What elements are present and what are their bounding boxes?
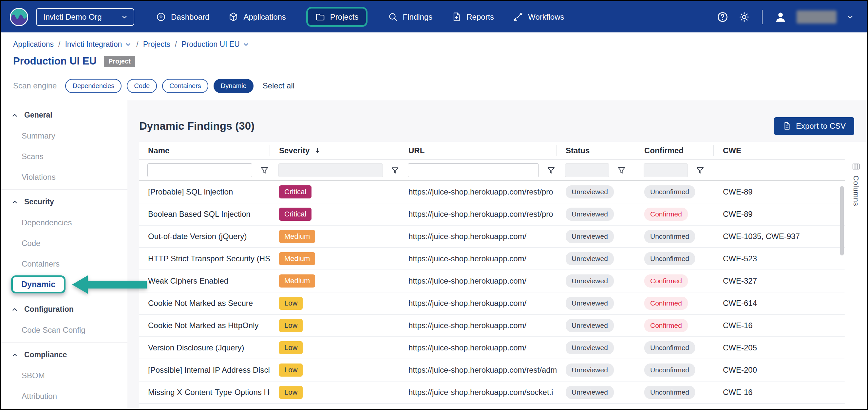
column-header-url[interactable]: URL (399, 142, 557, 159)
table-row[interactable]: Version Disclosure (Jquery)Lowhttps://ju… (139, 337, 845, 359)
chevron-down-icon (242, 41, 250, 48)
scan-engine-chip-code[interactable]: Code (127, 79, 157, 93)
status-badge: Unreviewed (566, 252, 614, 265)
sidebar-item-containers[interactable]: Containers (1, 253, 127, 274)
table-row[interactable]: Cookie Not Marked as HttpOnlyLowhttps://… (139, 315, 845, 337)
sidebar-item-label: Violations (22, 172, 56, 182)
cwe-cell: CWE-523 (714, 254, 845, 263)
page-header: Production UI EU Project (1, 51, 867, 72)
confirmed-cell: Confirmed (635, 208, 714, 221)
severity-filter-select[interactable] (278, 163, 383, 177)
nav-item-findings[interactable]: Findings (388, 12, 433, 22)
name-filter-input[interactable] (147, 163, 252, 177)
export-csv-button[interactable]: Export to CSV (774, 117, 854, 135)
breadcrumb-link-invicti-integration[interactable]: Invicti Integration (65, 40, 132, 49)
severity-badge: Low (279, 364, 303, 377)
chevron-up-icon (11, 351, 18, 358)
url-cell: https://juice-shop.herokuapp.com/ (399, 254, 557, 263)
help-icon[interactable] (717, 11, 728, 23)
sidebar-section-label: Security (24, 197, 54, 206)
breadcrumb-link-applications[interactable]: Applications (13, 40, 54, 49)
sidebar-item-label: Code (22, 239, 40, 248)
url-filter-input[interactable] (408, 163, 539, 177)
filter-cell-name (139, 163, 270, 177)
column-header-cwe[interactable]: CWE (714, 142, 845, 159)
confirmed-cell: Unconfirmed (635, 364, 714, 377)
status-badge: Unreviewed (566, 275, 614, 287)
nav-item-workflows[interactable]: Workflows (513, 12, 564, 22)
table-row[interactable]: Out-of-date Version (jQuery)Mediumhttps:… (139, 226, 845, 248)
finding-name-cell: [Possible] Internal IP Address Disclosur… (139, 366, 270, 375)
sidebar-item-code[interactable]: Code (1, 233, 127, 253)
column-header-severity[interactable]: Severity (270, 142, 399, 159)
sidebar-section-security[interactable]: Security (1, 192, 127, 212)
scan-engine-chip-dynamic[interactable]: Dynamic (214, 79, 253, 93)
nav-label: Reports (466, 12, 494, 22)
column-header-status[interactable]: Status (557, 142, 635, 159)
nav-item-dashboard[interactable]: Dashboard (156, 12, 209, 22)
sidebar-item-summary[interactable]: Summary (1, 125, 127, 146)
breadcrumb-row: Applications/Invicti Integration/Project… (1, 32, 867, 51)
org-selector[interactable]: Invicti Demo Org (36, 8, 134, 26)
column-header-name[interactable]: Name (139, 142, 270, 159)
filter-funnel-icon[interactable] (696, 166, 705, 175)
gear-icon[interactable] (738, 11, 750, 23)
table-row[interactable]: [Possible] Internal IP Address Disclosur… (139, 359, 845, 381)
url-cell: https://juice-shop.herokuapp.com/ (399, 343, 557, 352)
confirmed-filter-select[interactable] (644, 163, 688, 177)
severity-badge: Low (279, 386, 303, 399)
cwe-cell: CWE-89 (714, 187, 845, 196)
user-avatar-icon[interactable] (774, 11, 787, 23)
findings-heading: Dynamic Findings (30) (139, 120, 254, 132)
sidebar-item-dynamic[interactable]: Dynamic (1, 274, 127, 295)
filter-funnel-icon[interactable] (617, 166, 626, 175)
sidebar-section-compliance[interactable]: Compliance (1, 345, 127, 365)
nav-label: Projects (330, 12, 359, 22)
nav-item-applications[interactable]: Applications (228, 12, 286, 22)
confirmed-cell: Unconfirmed (635, 230, 714, 243)
column-header-label: Confirmed (644, 146, 684, 155)
table-row[interactable]: HTTP Strict Transport Security (HSTSMedi… (139, 248, 845, 270)
chevron-down-icon (121, 13, 128, 21)
scan-engine-chip-dependencies[interactable]: Dependencies (65, 79, 122, 93)
sidebar-item-attribution[interactable]: Attribution (1, 386, 127, 406)
filter-funnel-icon[interactable] (260, 166, 269, 175)
sidebar-section-configuration[interactable]: Configuration (1, 299, 127, 320)
breadcrumb-link-projects[interactable]: Projects (143, 40, 170, 49)
sidebar-item-scans[interactable]: Scans (1, 146, 127, 167)
sidebar-item-dependencies[interactable]: Dependencies (1, 212, 127, 233)
severity-badge: Critical (279, 185, 311, 198)
table-row[interactable]: [Probable] SQL InjectionCriticalhttps://… (139, 181, 845, 203)
table-row[interactable]: Weak Ciphers EnabledMediumhttps://juice-… (139, 270, 845, 292)
finding-name-cell: Weak Ciphers Enabled (139, 276, 270, 286)
select-all-link[interactable]: Select all (263, 81, 294, 90)
status-filter-select[interactable] (565, 163, 609, 177)
sidebar-item-sbom[interactable]: SBOM (1, 365, 127, 386)
sidebar-item-code-scan-config[interactable]: Code Scan Config (1, 320, 127, 340)
breadcrumb-link-production-ui-eu[interactable]: Production UI EU (182, 40, 250, 49)
sidebar-section-general[interactable]: General (1, 105, 127, 125)
table-row[interactable]: Missing X-Content-Type-Options HeaderLow… (139, 381, 845, 404)
confirmed-badge: Unconfirmed (644, 252, 695, 265)
chevron-down-icon[interactable] (846, 13, 854, 21)
url-cell: https://juice-shop.herokuapp.com/rest/pr… (399, 187, 557, 196)
column-header-label: Name (148, 146, 169, 155)
column-header-confirmed[interactable]: Confirmed (635, 142, 714, 159)
table-row[interactable]: Boolean Based SQL InjectionCriticalhttps… (139, 203, 845, 226)
nav-item-reports[interactable]: Reports (452, 12, 494, 22)
columns-panel-tab[interactable]: Columns (851, 162, 861, 206)
finding-name-cell: Cookie Not Marked as Secure (139, 299, 270, 308)
vertical-scrollbar[interactable] (840, 186, 844, 255)
nav-item-projects[interactable]: Projects (306, 7, 368, 27)
breadcrumb-separator: / (58, 40, 60, 49)
table-body: [Probable] SQL InjectionCriticalhttps://… (139, 181, 845, 404)
scan-engine-chip-containers[interactable]: Containers (162, 79, 208, 93)
gauge-icon (156, 12, 166, 22)
findings-header: Dynamic Findings (30) Export to CSV (127, 100, 867, 142)
filter-funnel-icon[interactable] (547, 166, 556, 175)
table-row[interactable]: Cookie Not Marked as SecureLowhttps://ju… (139, 292, 845, 315)
sidebar-item-violations[interactable]: Violations (1, 167, 127, 187)
filter-funnel-icon[interactable] (391, 166, 399, 175)
cwe-cell: CWE-205 (714, 343, 845, 352)
severity-cell: Medium (270, 252, 399, 265)
